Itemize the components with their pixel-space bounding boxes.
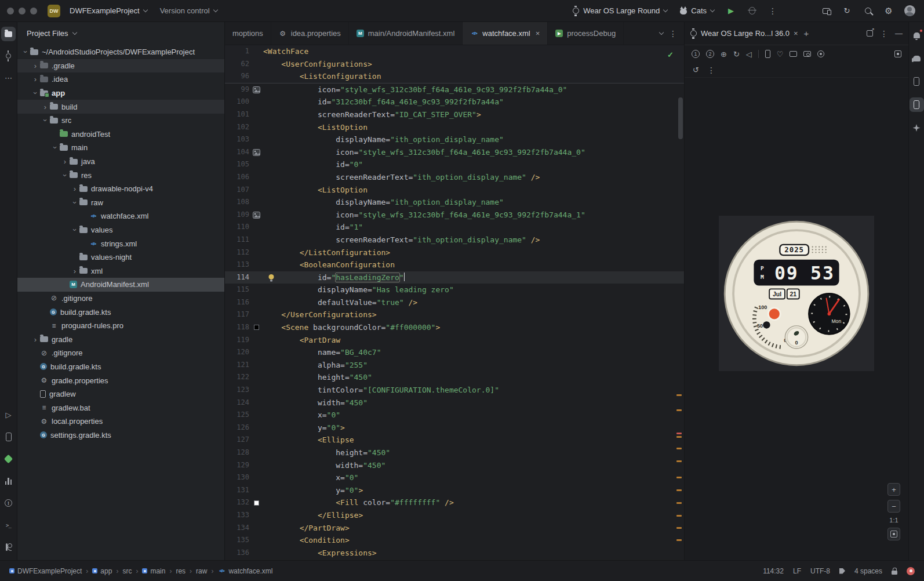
line-number[interactable]: 135 <box>225 534 249 547</box>
code-line[interactable]: 108 displayName="ith_option_display_name… <box>225 196 684 209</box>
device-tab[interactable]: Wear OS Large Ro...l 36.0 × <box>690 29 798 38</box>
running-devices-button[interactable] <box>910 97 924 112</box>
editor-tab[interactable]: </>watchface.xml× <box>463 22 548 45</box>
line-number[interactable]: 122 <box>225 371 249 384</box>
tab-options-icon[interactable]: ⋮ <box>669 29 677 38</box>
running-devices-tool-button[interactable] <box>1 430 16 444</box>
line-number[interactable]: 113 <box>225 259 249 271</box>
code-line[interactable]: 117 </UserConfigurations> <box>225 308 684 321</box>
line-number[interactable]: 115 <box>225 284 249 296</box>
debug-button[interactable] <box>744 3 759 19</box>
code-line[interactable]: 99 icon="style_wfs_312c30bf_f64a_461e_9c… <box>225 83 684 96</box>
chevron-collapsed-icon[interactable]: › <box>41 103 50 111</box>
sticky-line[interactable]: 1<WatchFace <box>225 45 684 58</box>
editor-tab[interactable]: ▶processDebug <box>548 22 624 45</box>
analysis-mark[interactable] <box>676 527 682 529</box>
line-number[interactable]: 136 <box>225 547 249 560</box>
profiler-tool-button[interactable] <box>1 474 16 488</box>
search-everywhere-button[interactable] <box>860 3 875 19</box>
code-line[interactable]: 106 screenReaderText="ith_option_display… <box>225 171 684 184</box>
minimize-window-icon[interactable] <box>19 8 26 14</box>
tree-item[interactable]: ›drawable-nodpi-v4 <box>17 182 224 196</box>
terminal-tool-button[interactable]: >_ <box>1 518 16 532</box>
code-line[interactable]: 135 <Condition> <box>225 534 684 547</box>
record-icon[interactable] <box>817 50 824 57</box>
code-line[interactable]: 100 id="312c30bf_f64a_461e_9c93_992f2fb7… <box>225 96 684 108</box>
breadcrumb-item[interactable]: src <box>122 567 132 575</box>
code-line[interactable]: 110 id="1" <box>225 221 684 234</box>
run-button[interactable]: ▶ <box>723 3 739 19</box>
code-line[interactable]: 134 </PartDraw> <box>225 522 684 535</box>
tree-item[interactable]: ›xml <box>17 264 224 278</box>
tree-item[interactable]: ›main <box>17 141 224 155</box>
zoom-in-button[interactable]: + <box>887 483 900 496</box>
line-number[interactable]: 118 <box>225 321 249 334</box>
code-line[interactable]: 116 defaultValue="true" /> <box>225 296 684 309</box>
version-control-menu[interactable]: Version control <box>157 4 221 17</box>
device-more-options-icon[interactable]: ⋮ <box>707 66 715 75</box>
display-mode-icon[interactable] <box>894 50 901 57</box>
chevron-expanded-icon[interactable]: › <box>71 226 79 235</box>
code-line[interactable]: 101 screenReaderText="ID_CAT_STEP_OVER"> <box>225 108 684 121</box>
line-number[interactable]: 134 <box>225 522 249 535</box>
tree-item[interactable]: ›~/AndroidStudioProjects/DWFExampleProje… <box>17 45 224 59</box>
chevron-collapsed-icon[interactable]: › <box>70 184 79 193</box>
code-line[interactable]: 136 <Expressions> <box>225 547 684 560</box>
chevron-expanded-icon[interactable]: › <box>21 48 30 57</box>
code-line[interactable]: 128 height="450" <box>225 446 684 459</box>
inspections-ok-icon[interactable]: ✓ <box>667 50 674 59</box>
code-line[interactable]: 118 <Scene backgroundColor="#ff000000"> <box>225 321 684 334</box>
palm-icon[interactable]: ⊕ <box>721 50 727 58</box>
tree-item[interactable]: Gbuild.gradle.kts <box>17 305 224 319</box>
highlighting-level-icon[interactable] <box>839 568 845 574</box>
code-line[interactable]: 109 icon="style_wfs_312c30bf_f64a_461e_9… <box>225 209 684 221</box>
tree-item[interactable]: ›build <box>17 100 224 114</box>
project-tool-button[interactable] <box>1 27 16 41</box>
tree-item[interactable]: ›raw <box>17 196 224 210</box>
code-line[interactable]: 130 x="0" <box>225 471 684 484</box>
line-number[interactable]: 125 <box>225 409 249 422</box>
back-icon[interactable]: ◁ <box>746 50 752 58</box>
more-run-actions-button[interactable]: ⋮ <box>765 3 780 19</box>
editor-tab[interactable]: moptions <box>225 22 271 45</box>
line-number[interactable]: 100 <box>225 96 249 108</box>
breadcrumb-item[interactable]: main <box>142 567 165 575</box>
device-mirror-button[interactable] <box>818 3 834 19</box>
line-number[interactable]: 105 <box>225 158 249 171</box>
tree-item[interactable]: Gbuild.gradle.kts <box>17 360 224 374</box>
editor-tab[interactable]: ⚙idea.properties <box>271 22 349 45</box>
sync-project-button[interactable]: ↻ <box>839 3 854 19</box>
chevron-collapsed-icon[interactable]: › <box>31 61 40 70</box>
line-number[interactable]: 112 <box>225 246 249 259</box>
code-line[interactable]: 105 id="0" <box>225 158 684 171</box>
line-number[interactable]: 111 <box>225 234 249 246</box>
tree-item[interactable]: ›app <box>17 86 224 100</box>
settings-button[interactable]: ⚙ <box>881 3 896 19</box>
tab-list-chevron-icon[interactable] <box>659 30 664 35</box>
line-number[interactable]: 121 <box>225 359 249 372</box>
profile-button[interactable] <box>902 3 917 19</box>
editor-scrollbar[interactable] <box>678 97 683 139</box>
camera-icon[interactable] <box>803 51 811 57</box>
lightbulb-icon[interactable] <box>268 274 275 282</box>
chevron-collapsed-icon[interactable]: › <box>31 75 40 83</box>
encoding-widget[interactable]: UTF-8 <box>810 567 830 575</box>
tree-item[interactable]: ⚙local.properties <box>17 415 224 429</box>
device-display[interactable]: 2025 P M 09 53 Jul 21 <box>719 216 874 371</box>
breadcrumb-item[interactable]: </>watchface.xml <box>217 567 272 575</box>
code-line[interactable]: 104 icon="style_wfs_312c30bf_f64a_461e_9… <box>225 146 684 159</box>
tree-item[interactable]: ›values <box>17 223 224 237</box>
analysis-mark[interactable] <box>676 502 682 504</box>
line-number[interactable]: 131 <box>225 484 249 497</box>
line-number[interactable]: 116 <box>225 296 249 309</box>
caret-position-widget[interactable]: 114:32 <box>763 567 784 575</box>
code-line[interactable]: 129 width="450" <box>225 459 684 472</box>
code-editor[interactable]: 1<WatchFace62 <UserConfigurations>96 <Li… <box>225 45 684 560</box>
add-device-tab-button[interactable]: + <box>804 28 809 38</box>
code-line[interactable]: 126 y="0"> <box>225 422 684 434</box>
code-line[interactable]: 131 y="0"> <box>225 484 684 497</box>
chevron-expanded-icon[interactable]: › <box>51 143 60 152</box>
line-number[interactable]: 108 <box>225 196 249 209</box>
analysis-mark[interactable] <box>676 515 682 517</box>
analysis-mark[interactable] <box>676 448 682 449</box>
